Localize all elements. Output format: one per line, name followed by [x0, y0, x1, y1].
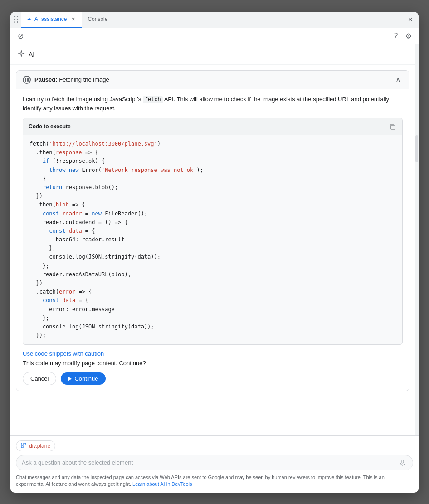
drag-handle — [14, 16, 19, 23]
continue-button[interactable]: Continue — [61, 372, 105, 385]
devtools-window: ✦ AI assistance ✕ Console ✕ ⊘ ? ⚙ — [10, 12, 419, 493]
mic-button[interactable] — [398, 458, 407, 467]
element-label: div.plane — [29, 443, 50, 449]
paused-status: Paused: — [34, 76, 58, 83]
code-block-header: Code to execute — [23, 118, 402, 135]
tab-ai-label: AI assistance — [34, 16, 67, 22]
devtools-close-button[interactable]: ✕ — [406, 15, 415, 24]
clear-button[interactable]: ⊘ — [16, 31, 25, 40]
svg-rect-3 — [24, 443, 26, 445]
caution-text: This code may modify page content. Conti… — [23, 360, 403, 367]
paused-body: I can try to fetch the image using JavaS… — [16, 89, 409, 391]
bottom-section: div.plane Chat messages and any data the… — [10, 435, 419, 493]
ai-sparkle-icon — [18, 50, 25, 59]
code-block-title: Code to execute — [29, 123, 71, 130]
ai-assistant-panel: AI Paused: — [10, 44, 415, 435]
continue-label: Continue — [74, 375, 98, 382]
ai-panel-header: AI — [10, 44, 415, 65]
copy-button[interactable] — [388, 122, 397, 131]
settings-icon: ⚙ — [405, 32, 412, 40]
help-icon: ? — [394, 32, 398, 40]
tab-console-label: Console — [88, 16, 107, 22]
action-buttons: Cancel Continue — [23, 372, 403, 385]
paused-task: Fetching the image — [59, 76, 109, 83]
caution-link[interactable]: Use code snippets with caution — [23, 350, 403, 357]
play-icon — [68, 377, 72, 381]
scrollbar[interactable] — [415, 44, 419, 435]
paused-description: I can try to fetch the image using JavaS… — [23, 95, 403, 113]
scroll-thumb[interactable] — [415, 135, 418, 162]
settings-button[interactable]: ⚙ — [404, 31, 413, 40]
help-button[interactable]: ? — [391, 31, 400, 40]
ai-panel: AI Paused: — [10, 44, 415, 435]
inline-code: fetch — [143, 96, 163, 103]
learn-more-link[interactable]: Learn about AI in DevTools — [132, 481, 192, 487]
svg-rect-0 — [391, 125, 395, 129]
chat-input[interactable] — [22, 459, 398, 466]
ai-tab-icon: ✦ — [27, 16, 32, 23]
pause-icon — [23, 76, 31, 84]
drag-dots-icon — [14, 16, 19, 23]
disclaimer: Chat messages and any data the inspected… — [16, 474, 413, 488]
svg-rect-2 — [21, 446, 23, 448]
toolbar: ⊘ ? ⚙ — [10, 28, 419, 44]
tab-bar: ✦ AI assistance ✕ Console ✕ — [10, 12, 419, 28]
chat-input-row — [16, 455, 413, 470]
collapse-button[interactable]: ∧ — [394, 75, 403, 84]
svg-rect-4 — [402, 460, 404, 463]
element-chip-icon — [21, 443, 26, 449]
paused-header: Paused: Fetching the image ∧ — [16, 71, 409, 89]
tab-console[interactable]: Console — [82, 12, 113, 28]
cancel-button[interactable]: Cancel — [23, 372, 56, 385]
element-chip[interactable]: div.plane — [16, 440, 55, 451]
clear-icon: ⊘ — [18, 32, 24, 40]
paused-label: Paused: Fetching the image — [34, 76, 109, 83]
code-block: Code to execute fetch( — [23, 118, 403, 345]
code-content: fetch('http://localhost:3000/plane.svg')… — [23, 135, 402, 344]
paused-card: Paused: Fetching the image ∧ I can try t… — [16, 70, 410, 391]
message-area[interactable]: Paused: Fetching the image ∧ I can try t… — [10, 65, 415, 435]
svg-rect-1 — [21, 443, 23, 445]
tab-ai-assistance[interactable]: ✦ AI assistance ✕ — [21, 12, 82, 28]
tab-ai-close[interactable]: ✕ — [69, 15, 77, 23]
ai-panel-title: AI — [29, 51, 34, 58]
main-content: AI Paused: — [10, 44, 419, 435]
disclaimer-text: Chat messages and any data the inspected… — [16, 475, 385, 487]
